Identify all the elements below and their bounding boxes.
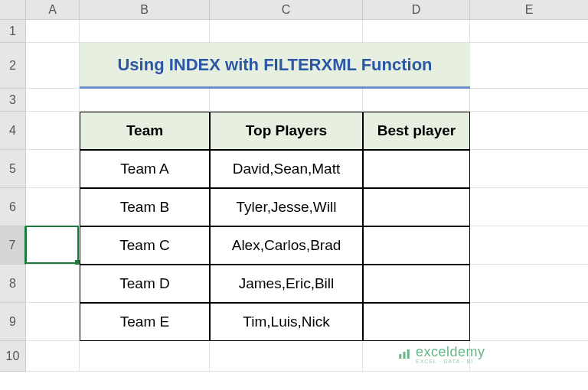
row-header-3[interactable]: 3: [0, 89, 26, 112]
select-all-corner[interactable]: [0, 0, 26, 20]
watermark-brand: exceldemy: [416, 344, 485, 360]
cell-best[interactable]: [363, 188, 470, 226]
watermark: exceldemy EXCEL · DATA · BI: [397, 344, 485, 364]
chart-icon: [397, 347, 411, 361]
cell-players[interactable]: Tyler,Jesse,Will: [210, 188, 363, 226]
watermark-textwrap: exceldemy EXCEL · DATA · BI: [416, 344, 485, 364]
col-header-C[interactable]: C: [210, 0, 363, 20]
row-10-bg: [26, 341, 588, 372]
row-1-bg: [26, 20, 588, 43]
row-3-bg: [26, 89, 588, 112]
cell-best[interactable]: [363, 226, 470, 265]
svg-rect-0: [399, 354, 401, 359]
cell-players[interactable]: Alex,Carlos,Brad: [210, 226, 363, 265]
cell-team[interactable]: Team C: [80, 226, 210, 265]
cell-team[interactable]: Team B: [80, 188, 210, 226]
th-team[interactable]: Team: [80, 112, 210, 150]
row-header-10[interactable]: 10: [0, 341, 26, 372]
col-header-B[interactable]: B: [80, 0, 210, 20]
row-header-1[interactable]: 1: [0, 20, 26, 43]
row-header-2[interactable]: 2: [0, 43, 26, 89]
cell-players[interactable]: Tim,Luis,Nick: [210, 303, 363, 341]
col-header-E[interactable]: E: [470, 0, 588, 20]
spreadsheet: A B C D E 1 2 3 4 5 6 7 8 9 10 Usin: [0, 0, 588, 390]
cell-players[interactable]: David,Sean,Matt: [210, 150, 363, 188]
cell-best[interactable]: [363, 303, 470, 341]
row-header-9[interactable]: 9: [0, 303, 26, 341]
cell-players[interactable]: James,Eric,Bill: [210, 265, 363, 303]
cell-best[interactable]: [363, 265, 470, 303]
column-headers: A B C D E: [26, 0, 588, 20]
svg-rect-2: [407, 349, 410, 359]
th-top-players[interactable]: Top Players: [210, 112, 363, 150]
page-title: Using INDEX with FILTERXML Function: [80, 43, 470, 89]
row-header-7[interactable]: 7: [0, 226, 26, 265]
cell-team[interactable]: Team D: [80, 265, 210, 303]
cell-team[interactable]: Team A: [80, 150, 210, 188]
row-headers: 1 2 3 4 5 6 7 8 9 10: [0, 20, 26, 372]
th-best-player[interactable]: Best player: [363, 112, 470, 150]
cell-team[interactable]: Team E: [80, 303, 210, 341]
row-header-8[interactable]: 8: [0, 265, 26, 303]
col-header-A[interactable]: A: [26, 0, 80, 20]
row-header-4[interactable]: 4: [0, 112, 26, 150]
cell-best[interactable]: [363, 150, 470, 188]
col-header-D[interactable]: D: [363, 0, 470, 20]
row-header-6[interactable]: 6: [0, 188, 26, 226]
row-header-5[interactable]: 5: [0, 150, 26, 188]
svg-rect-1: [403, 352, 406, 359]
